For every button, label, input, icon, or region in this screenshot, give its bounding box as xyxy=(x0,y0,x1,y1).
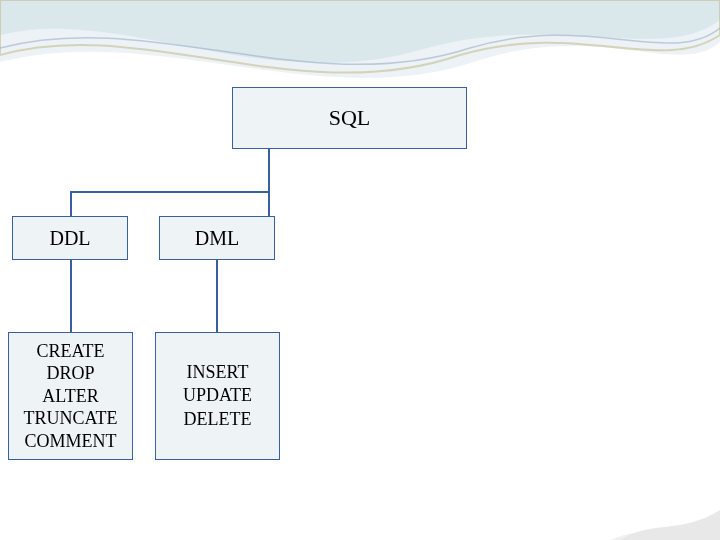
node-dml: DML xyxy=(159,216,275,260)
op-item: TRUNCATE xyxy=(24,407,118,430)
node-label: DML xyxy=(195,227,239,250)
connector xyxy=(70,191,270,193)
op-item: UPDATE xyxy=(183,384,252,407)
op-item: ALTER xyxy=(42,385,98,408)
op-item: COMMENT xyxy=(24,430,116,453)
connector xyxy=(216,260,218,332)
decorative-corner xyxy=(610,500,720,540)
connector xyxy=(70,260,72,332)
node-label: DDL xyxy=(49,227,90,250)
op-item: DROP xyxy=(46,362,94,385)
node-ddl-ops: CREATE DROP ALTER TRUNCATE COMMENT xyxy=(8,332,133,460)
connector xyxy=(268,149,270,193)
connector xyxy=(268,191,270,216)
connector xyxy=(70,191,72,216)
node-dml-ops: INSERT UPDATE DELETE xyxy=(155,332,280,460)
node-sql: SQL xyxy=(232,87,467,149)
node-label: SQL xyxy=(329,105,371,131)
op-item: CREATE xyxy=(36,340,104,363)
op-item: INSERT xyxy=(187,361,249,384)
op-item: DELETE xyxy=(184,408,252,431)
node-ddl: DDL xyxy=(12,216,128,260)
